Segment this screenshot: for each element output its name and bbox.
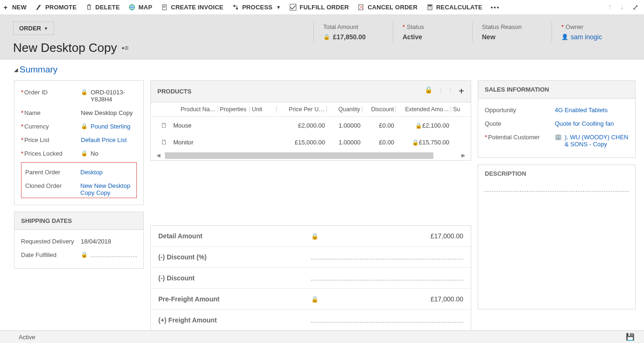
lock-icon: 🔒: [412, 139, 419, 146]
product-icon: 🗋: [156, 121, 171, 129]
panel-description: DESCRIPTION: [478, 164, 636, 309]
cmd-new[interactable]: +NEW: [2, 4, 27, 11]
panel-header-products: PRODUCTS 🔒 ↓ ↑ +: [151, 81, 471, 102]
globe-icon: [128, 4, 136, 11]
svg-point-10: [428, 9, 429, 10]
svg-point-8: [428, 7, 429, 8]
description-field[interactable]: [485, 187, 629, 192]
record-title: New Desktop Copy ▪≡: [13, 41, 313, 55]
field-quote[interactable]: Quote Quote for Coolling fan: [485, 117, 629, 130]
cmd-promote[interactable]: PROMOTE: [35, 4, 77, 11]
grid-scrollbar[interactable]: ◀ ▶: [151, 150, 471, 160]
hdr-owner[interactable]: *Owner 👤sam inogic: [552, 21, 631, 43]
cmd-recalculate[interactable]: RECALCULATE: [426, 4, 482, 11]
footer-status: Active: [19, 334, 35, 341]
row-detail-amount: Detail Amount 🔒 £17,000.00: [151, 226, 471, 247]
cmd-create-invoice[interactable]: CREATE INVOICE: [161, 4, 223, 11]
field-prices-locked: *Prices Locked 🔒No: [21, 147, 137, 160]
lock-icon: 🔒: [311, 296, 318, 303]
fulfill-icon: [290, 4, 297, 11]
nav-down-icon[interactable]: ↓: [620, 3, 624, 12]
field-requested-delivery[interactable]: Requested Delivery 18/04/2018: [21, 235, 137, 248]
field-cloned-order[interactable]: Cloned Order New New Desktop Copy Copy: [25, 179, 133, 198]
cmd-cancel-order[interactable]: CANCEL ORDER: [357, 4, 418, 11]
svg-point-9: [430, 7, 431, 8]
popout-icon[interactable]: ⤢: [632, 3, 638, 12]
chevron-down-icon: ▼: [44, 26, 48, 31]
lock-icon: 🔒: [81, 89, 88, 95]
cmd-process[interactable]: PROCESS▼: [232, 4, 281, 11]
nav-up-icon[interactable]: ↑: [608, 3, 612, 12]
row-freight[interactable]: (+) Freight Amount: [151, 310, 471, 330]
field-name[interactable]: *Name New Desktop Copy: [21, 106, 137, 120]
account-icon: 🏢: [555, 134, 562, 140]
add-product-button[interactable]: +: [459, 86, 464, 97]
panel-header-description: DESCRIPTION: [478, 165, 635, 182]
row-pre-freight: Pre-Freight Amount 🔒 £17,000.00: [151, 289, 471, 310]
field-price-list[interactable]: *Price List Default Price List: [21, 133, 137, 147]
cancel-icon: [357, 4, 365, 11]
field-date-fulfilled: Date Fulfilled 🔒: [21, 248, 137, 262]
save-icon[interactable]: 💾: [626, 333, 635, 340]
hdr-status-reason[interactable]: Status Reason New: [472, 21, 552, 43]
hdr-status[interactable]: *Status Active: [393, 21, 472, 43]
panel-header-sales-info: SALES INFORMATION: [478, 81, 635, 99]
cmd-delete[interactable]: DELETE: [85, 4, 120, 11]
entity-selector[interactable]: ORDER▼: [13, 21, 54, 35]
svg-rect-5: [359, 5, 363, 10]
field-opportunity[interactable]: Opportunity 4G Enabled Tablets: [485, 103, 629, 117]
caret-down-icon: ◢: [14, 67, 18, 73]
command-bar: +NEW PROMOTE DELETE MAP CREATE INVOICE P…: [0, 0, 644, 15]
lock-icon: 🔒: [311, 233, 318, 240]
plus-icon: +: [2, 4, 9, 11]
chevron-down-icon: ▼: [276, 5, 281, 10]
field-currency[interactable]: *Currency 🔒Pound Sterling: [21, 120, 137, 133]
lock-icon: 🔒: [81, 251, 88, 258]
status-bar: Active 💾: [0, 330, 644, 340]
invoice-icon: [161, 4, 168, 11]
lock-icon: 🔒: [81, 123, 88, 129]
calculator-icon: [426, 4, 433, 11]
lock-icon: 🔒: [81, 150, 88, 157]
promote-icon: [35, 4, 42, 11]
product-row[interactable]: 🗋 Monitor £15,000.00 1.00000 £0.00 🔒£15,…: [151, 134, 471, 150]
svg-rect-2: [234, 5, 235, 7]
panel-header-shipping: SHIPPING DATES: [14, 212, 143, 230]
field-potential-customer[interactable]: *Potential Customer 🏢). WU (WOODY) CHEN …: [485, 130, 629, 151]
highlighted-fields: Parent Order Desktop Cloned Order New Ne…: [21, 162, 137, 198]
cmd-more[interactable]: •••: [491, 4, 500, 11]
svg-point-11: [430, 9, 431, 10]
lock-icon[interactable]: 🔒: [425, 86, 432, 97]
grid-header: Product Na… Properties Unit Price Per U……: [151, 102, 471, 117]
form-selector-icon[interactable]: ▪≡: [122, 44, 129, 52]
cmd-fulfill-order[interactable]: FULFILL ORDER: [290, 4, 349, 11]
lock-icon: 🔒: [323, 34, 330, 40]
process-icon: [232, 4, 239, 11]
panel-shipping-dates: SHIPPING DATES Requested Delivery 18/04/…: [14, 212, 144, 269]
panel-sales-info: SALES INFORMATION Opportunity 4G Enabled…: [478, 80, 636, 158]
cmd-map[interactable]: MAP: [128, 4, 153, 11]
panel-products: PRODUCTS 🔒 ↓ ↑ + Product Na… Properties …: [150, 80, 471, 161]
row-discount-pct[interactable]: (-) Discount (%): [151, 247, 471, 268]
svg-rect-7: [428, 5, 432, 7]
field-parent-order[interactable]: Parent Order Desktop: [25, 165, 133, 179]
arrow-down-icon[interactable]: ↓: [439, 86, 442, 97]
product-icon: 🗋: [156, 138, 171, 146]
scroll-right-icon[interactable]: ▶: [459, 151, 468, 159]
scroll-left-icon[interactable]: ◀: [154, 151, 163, 159]
tab-summary[interactable]: ◢Summary: [14, 64, 636, 75]
hdr-total-amount: Total Amount 🔒£17,850.00: [313, 21, 393, 43]
svg-rect-1: [162, 5, 166, 10]
form-header: ORDER▼ New Desktop Copy ▪≡ Total Amount …: [0, 15, 644, 60]
row-discount[interactable]: (-) Discount: [151, 268, 471, 289]
person-icon: 👤: [561, 34, 568, 40]
arrow-up-icon[interactable]: ↑: [449, 86, 452, 97]
panel-totals: Detail Amount 🔒 £17,000.00 (-) Discount …: [150, 225, 471, 331]
panel-details: *Order ID 🔒ORD-01013-Y8J8H4 *Name New De…: [14, 80, 144, 205]
svg-rect-4: [290, 4, 296, 10]
svg-rect-3: [236, 7, 238, 9]
product-row[interactable]: 🗋 Mouse £2,000.00 1.00000 £0.00 🔒£2,100.…: [151, 117, 471, 134]
field-order-id: *Order ID 🔒ORD-01013-Y8J8H4: [21, 86, 137, 106]
lock-icon: 🔒: [415, 122, 422, 129]
trash-icon: [85, 4, 92, 11]
